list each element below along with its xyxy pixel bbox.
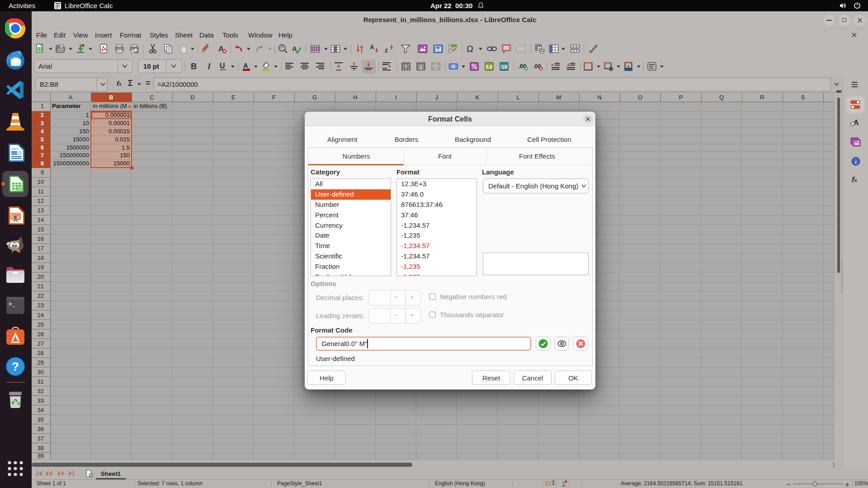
svg-text:z: z bbox=[385, 47, 388, 54]
svg-text:U: U bbox=[220, 62, 225, 70]
svg-text:A: A bbox=[243, 61, 248, 69]
svg-text:A: A bbox=[370, 43, 374, 51]
svg-text:>_: >_ bbox=[9, 301, 15, 308]
svg-text:B: B bbox=[191, 62, 197, 71]
svg-text:0.0: 0.0 bbox=[486, 64, 493, 70]
svg-text:?: ? bbox=[12, 360, 19, 373]
svg-text:15: 15 bbox=[502, 64, 507, 70]
svg-text:Ω: Ω bbox=[467, 44, 473, 54]
svg-text:I: I bbox=[208, 62, 211, 71]
